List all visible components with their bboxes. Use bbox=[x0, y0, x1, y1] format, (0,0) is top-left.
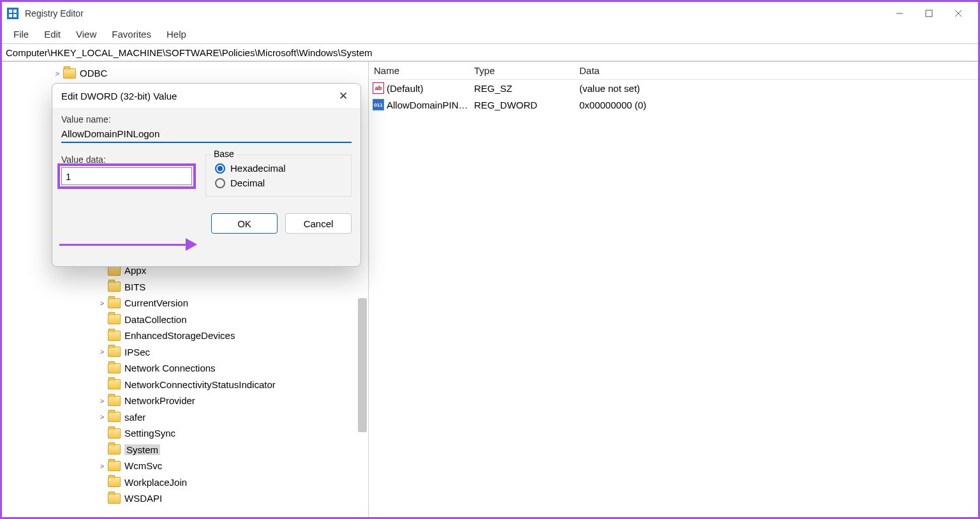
minimize-button[interactable] bbox=[885, 3, 914, 24]
dialog-title: Edit DWORD (32-bit) Value bbox=[61, 91, 177, 102]
tree-item[interactable]: SettingSync bbox=[2, 425, 175, 441]
tree-item[interactable]: WorkplaceJoin bbox=[2, 474, 187, 490]
menu-help[interactable]: Help bbox=[159, 26, 194, 42]
tree-item[interactable]: >ODBC bbox=[2, 65, 107, 81]
tree-item[interactable]: NetworkConnectivityStatusIndicator bbox=[2, 377, 276, 393]
value-name-label: Value name: bbox=[61, 114, 352, 124]
menu-view[interactable]: View bbox=[68, 26, 104, 42]
col-type[interactable]: Type bbox=[474, 65, 579, 76]
folder-icon bbox=[63, 68, 76, 79]
tree-item[interactable]: >NetworkProvider bbox=[2, 393, 195, 409]
window-title: Registry Editor bbox=[25, 8, 84, 19]
table-row[interactable]: ab(Default)REG_SZ(value not set) bbox=[369, 80, 978, 96]
chevron-icon[interactable]: > bbox=[98, 299, 107, 307]
reg-sz-icon: ab bbox=[373, 82, 384, 94]
value-data: (value not set) bbox=[579, 83, 978, 94]
tree-item-label: WSDAPI bbox=[124, 493, 162, 504]
radio-decimal[interactable]: Decimal bbox=[215, 177, 342, 188]
tree-item[interactable]: Network Connections bbox=[2, 360, 216, 376]
folder-icon bbox=[108, 412, 121, 422]
tree-item-label: Network Connections bbox=[124, 363, 216, 373]
folder-icon bbox=[108, 461, 121, 471]
dialog-close-icon[interactable]: ✕ bbox=[335, 89, 352, 103]
value-type: REG_SZ bbox=[474, 83, 579, 94]
values-pane[interactable]: Name Type Data ab(Default)REG_SZ(value n… bbox=[369, 62, 978, 517]
value-name: AllowDomainPIN… bbox=[387, 100, 468, 110]
svg-rect-1 bbox=[926, 10, 932, 17]
maximize-button[interactable] bbox=[914, 3, 944, 24]
tree-item[interactable]: DataCollection bbox=[2, 312, 187, 327]
tree-item-label: WcmSvc bbox=[124, 460, 162, 471]
app-icon bbox=[7, 8, 19, 19]
value-name-input[interactable] bbox=[61, 127, 352, 143]
folder-icon bbox=[108, 477, 121, 487]
tree-item-label: safer bbox=[124, 412, 145, 423]
base-label: Base bbox=[211, 149, 237, 159]
tree-item[interactable]: EnhancedStorageDevices bbox=[2, 327, 235, 343]
menu-file[interactable]: File bbox=[6, 26, 36, 42]
scrollbar-thumb[interactable] bbox=[358, 298, 367, 432]
radio-icon bbox=[215, 163, 225, 174]
value-type: REG_DWORD bbox=[474, 100, 579, 110]
tree-item[interactable]: >CurrentVersion bbox=[2, 295, 188, 311]
menu-edit[interactable]: Edit bbox=[36, 26, 68, 42]
reg-dword-icon: 011 bbox=[373, 99, 384, 110]
radio-icon bbox=[215, 178, 225, 188]
address-bar[interactable]: Computer\HKEY_LOCAL_MACHINE\SOFTWARE\Pol… bbox=[2, 43, 978, 61]
folder-icon bbox=[108, 314, 121, 324]
tree-item-label: BITS bbox=[124, 282, 145, 292]
folder-icon bbox=[108, 428, 121, 439]
tree-item-label: System bbox=[124, 444, 160, 455]
tree-item-label: WorkplaceJoin bbox=[124, 477, 187, 488]
folder-icon bbox=[108, 396, 121, 406]
folder-icon bbox=[108, 363, 121, 373]
tree-item[interactable]: >WcmSvc bbox=[2, 458, 162, 474]
close-button[interactable] bbox=[944, 3, 973, 24]
tree-item-label: DataCollection bbox=[124, 314, 187, 325]
value-data-label: Value data: bbox=[61, 154, 202, 165]
chevron-icon[interactable]: > bbox=[98, 462, 107, 470]
tree-item[interactable]: >safer bbox=[2, 409, 145, 425]
tree-item[interactable]: BITS bbox=[2, 279, 145, 295]
folder-icon bbox=[108, 298, 121, 308]
menu-favorites[interactable]: Favorites bbox=[104, 26, 159, 42]
folder-icon bbox=[108, 347, 121, 357]
col-name[interactable]: Name bbox=[369, 65, 474, 76]
chevron-icon[interactable]: > bbox=[98, 348, 107, 356]
chevron-icon[interactable]: > bbox=[98, 413, 107, 421]
folder-icon bbox=[108, 379, 121, 389]
value-data: 0x00000000 (0) bbox=[579, 100, 978, 110]
folder-icon bbox=[108, 282, 121, 292]
folder-icon bbox=[108, 444, 121, 455]
tree-item-label: CurrentVersion bbox=[124, 297, 188, 308]
tree-item-label: IPSec bbox=[124, 347, 150, 357]
tree-item[interactable]: System bbox=[2, 442, 160, 458]
chevron-icon[interactable]: > bbox=[53, 70, 62, 77]
tree-item[interactable]: WSDAPI bbox=[2, 490, 162, 506]
tree-item-label: ODBC bbox=[80, 68, 107, 79]
folder-icon bbox=[108, 331, 121, 341]
value-name: (Default) bbox=[387, 83, 424, 94]
column-headers[interactable]: Name Type Data bbox=[369, 62, 978, 80]
tree-item-label: SettingSync bbox=[124, 428, 175, 439]
menu-bar: File Edit View Favorites Help bbox=[2, 24, 978, 43]
base-group: Base Hexadecimal Decimal bbox=[205, 154, 352, 197]
radio-hexadecimal[interactable]: Hexadecimal bbox=[215, 163, 342, 174]
address-text: Computer\HKEY_LOCAL_MACHINE\SOFTWARE\Pol… bbox=[6, 47, 373, 58]
tree-item-label: EnhancedStorageDevices bbox=[124, 330, 235, 341]
cancel-button[interactable]: Cancel bbox=[285, 213, 352, 234]
tree-item[interactable]: >IPSec bbox=[2, 344, 150, 360]
title-bar: Registry Editor bbox=[2, 2, 978, 24]
col-data[interactable]: Data bbox=[579, 65, 978, 76]
tree-item-label: NetworkProvider bbox=[124, 395, 195, 406]
folder-icon bbox=[108, 493, 121, 504]
tree-item-label: NetworkConnectivityStatusIndicator bbox=[124, 379, 276, 390]
ok-button[interactable]: OK bbox=[211, 213, 278, 234]
value-data-input[interactable] bbox=[61, 167, 192, 185]
chevron-icon[interactable]: > bbox=[98, 397, 107, 405]
edit-dword-dialog: Edit DWORD (32-bit) Value ✕ Value name: … bbox=[52, 83, 361, 267]
table-row[interactable]: 011AllowDomainPIN…REG_DWORD0x00000000 (0… bbox=[369, 96, 978, 113]
